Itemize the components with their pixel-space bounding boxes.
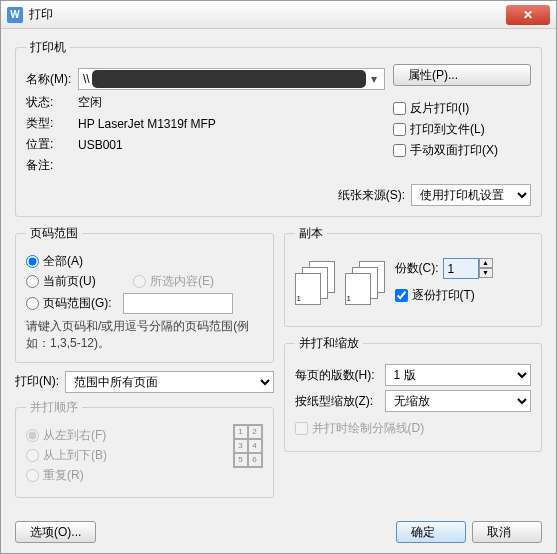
collate-preview-icon: 321 xyxy=(295,261,335,305)
printer-name-redacted xyxy=(92,70,366,88)
draw-separator-label: 并打时绘制分隔线(D) xyxy=(312,420,425,437)
reverse-print-label: 反片打印(I) xyxy=(410,100,469,117)
manual-duplex-label: 手动双面打印(X) xyxy=(410,142,498,159)
print-to-file-label: 打印到文件(L) xyxy=(410,121,485,138)
order-repeat-label: 重复(R) xyxy=(43,467,84,484)
range-pages-label: 页码范围(G): xyxy=(43,295,123,312)
order-repeat-radio xyxy=(26,469,39,482)
scale-legend: 并打和缩放 xyxy=(295,335,363,352)
printer-name-select[interactable]: \\ ▾ xyxy=(78,68,385,90)
print-what-select[interactable]: 范围中所有页面 xyxy=(65,371,274,393)
page-range-legend: 页码范围 xyxy=(26,225,82,242)
order-tb-label: 从上到下(B) xyxy=(43,447,107,464)
close-button[interactable]: ✕ xyxy=(506,5,550,25)
properties-button[interactable]: 属性(P)... xyxy=(393,64,531,86)
order-lr-radio xyxy=(26,429,39,442)
app-icon: W xyxy=(7,7,23,23)
range-pages-radio[interactable] xyxy=(26,297,39,310)
type-value: HP LaserJet M1319f MFP xyxy=(78,117,385,131)
range-current-radio[interactable] xyxy=(26,275,39,288)
comment-label: 备注: xyxy=(26,157,78,174)
ok-button[interactable]: 确定 xyxy=(396,521,466,543)
status-label: 状态: xyxy=(26,94,78,111)
copies-group: 副本 321 321 份数(C): xyxy=(284,225,543,327)
collate-preview-icon-2: 321 xyxy=(345,261,385,305)
name-label: 名称(M): xyxy=(26,71,78,88)
print-order-group: 并打顺序 从左到右(F) 从上到下(B) 重复(R) 123456 xyxy=(15,399,274,498)
draw-separator-checkbox xyxy=(295,422,308,435)
manual-duplex-checkbox[interactable] xyxy=(393,144,406,157)
spinner-down-icon[interactable]: ▼ xyxy=(479,268,493,278)
options-button[interactable]: 选项(O)... xyxy=(15,521,96,543)
cancel-button[interactable]: 取消 xyxy=(472,521,542,543)
pages-per-sheet-select[interactable]: 1 版 xyxy=(385,364,532,386)
chevron-down-icon: ▾ xyxy=(366,72,382,86)
collate-checkbox[interactable] xyxy=(395,289,408,302)
page-range-group: 页码范围 全部(A) 当前页(U) 所选内容(E) 页码范围(G): 请键入页码… xyxy=(15,225,274,363)
copies-legend: 副本 xyxy=(295,225,327,242)
scale-to-paper-select[interactable]: 无缩放 xyxy=(385,390,532,412)
order-tb-radio xyxy=(26,449,39,462)
range-current-label: 当前页(U) xyxy=(43,273,133,290)
name-prefix: \\ xyxy=(81,72,92,86)
range-hint: 请键入页码和/或用逗号分隔的页码范围(例如：1,3,5-12)。 xyxy=(26,318,263,352)
print-what-label: 打印(N): xyxy=(15,373,59,390)
range-selection-label: 所选内容(E) xyxy=(150,273,214,290)
location-label: 位置: xyxy=(26,136,78,153)
window-title: 打印 xyxy=(29,6,506,23)
printer-group: 打印机 名称(M): \\ ▾ 状态:空闲 类型:HP LaserJet M13… xyxy=(15,39,542,217)
spinner-up-icon[interactable]: ▲ xyxy=(479,258,493,268)
reverse-print-checkbox[interactable] xyxy=(393,102,406,115)
print-order-legend: 并打顺序 xyxy=(26,399,82,416)
collate-label: 逐份打印(T) xyxy=(412,287,475,304)
copies-count-input[interactable] xyxy=(443,258,479,279)
range-pages-input[interactable] xyxy=(123,293,233,314)
order-preview-icon: 123456 xyxy=(233,424,263,468)
pages-per-sheet-label: 每页的版数(H): xyxy=(295,367,381,384)
paper-source-select[interactable]: 使用打印机设置 xyxy=(411,184,531,206)
status-value: 空闲 xyxy=(78,94,385,111)
titlebar: W 打印 ✕ xyxy=(1,1,556,29)
range-all-label: 全部(A) xyxy=(43,253,83,270)
range-selection-radio xyxy=(133,275,146,288)
range-all-radio[interactable] xyxy=(26,255,39,268)
scale-to-paper-label: 按纸型缩放(Z): xyxy=(295,393,381,410)
type-label: 类型: xyxy=(26,115,78,132)
close-icon: ✕ xyxy=(523,8,533,22)
paper-source-label: 纸张来源(S): xyxy=(338,187,405,204)
print-to-file-checkbox[interactable] xyxy=(393,123,406,136)
location-value: USB001 xyxy=(78,138,385,152)
printer-legend: 打印机 xyxy=(26,39,70,56)
copies-count-label: 份数(C): xyxy=(395,260,439,277)
order-lr-label: 从左到右(F) xyxy=(43,427,106,444)
scale-group: 并打和缩放 每页的版数(H): 1 版 按纸型缩放(Z): 无缩放 并打时绘制分… xyxy=(284,335,543,452)
